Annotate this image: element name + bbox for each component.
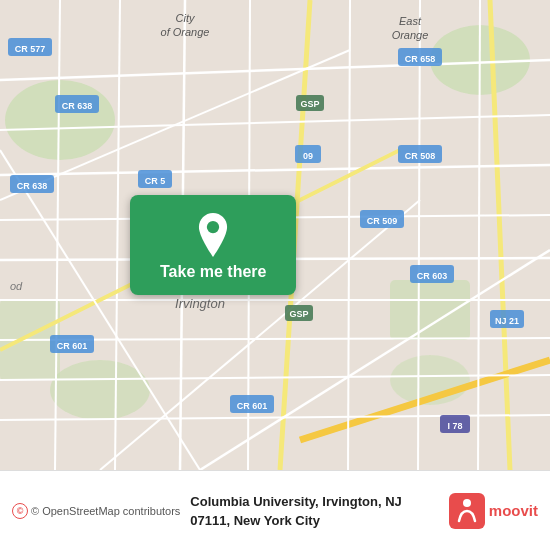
osm-attribution: © © OpenStreetMap contributors <box>12 503 180 519</box>
svg-text:I 78: I 78 <box>447 421 462 431</box>
svg-text:CR 601: CR 601 <box>57 341 88 351</box>
svg-text:East: East <box>399 15 422 27</box>
svg-text:CR 601: CR 601 <box>237 401 268 411</box>
svg-rect-3 <box>390 280 470 340</box>
svg-point-71 <box>463 499 471 507</box>
take-me-there-label: Take me there <box>160 263 266 281</box>
svg-text:CR 577: CR 577 <box>15 44 46 54</box>
svg-text:CR 509: CR 509 <box>367 216 398 226</box>
svg-text:of Orange: of Orange <box>161 26 210 38</box>
map-view: CR 577 CR 638 CR 638 CR 5 09 CR 508 CR 6… <box>0 0 550 470</box>
svg-text:09: 09 <box>303 151 313 161</box>
svg-text:CR 658: CR 658 <box>405 54 436 64</box>
svg-text:od: od <box>10 280 23 292</box>
svg-point-69 <box>207 221 219 233</box>
osm-credit-text: © OpenStreetMap contributors <box>31 505 180 517</box>
svg-text:CR 508: CR 508 <box>405 151 436 161</box>
location-pin-icon <box>194 213 232 257</box>
location-info-block: Columbia University, Irvington, NJ 07111… <box>180 492 448 530</box>
svg-text:GSP: GSP <box>300 99 319 109</box>
moovit-branding: moovit <box>449 493 538 529</box>
svg-text:CR 603: CR 603 <box>417 271 448 281</box>
osm-logo-icon: © <box>12 503 28 519</box>
svg-text:GSP: GSP <box>289 309 308 319</box>
svg-text:Orange: Orange <box>392 29 429 41</box>
svg-point-4 <box>50 360 150 420</box>
moovit-brand-text: moovit <box>489 502 538 519</box>
svg-text:Irvington: Irvington <box>175 296 225 311</box>
bottom-info-bar: © © OpenStreetMap contributors Columbia … <box>0 470 550 550</box>
location-name-text: Columbia University, Irvington, NJ 07111… <box>190 494 401 528</box>
svg-text:CR 638: CR 638 <box>62 101 93 111</box>
svg-text:CR 638: CR 638 <box>17 181 48 191</box>
svg-text:City: City <box>176 12 196 24</box>
moovit-icon <box>449 493 485 529</box>
navigation-button-container[interactable]: Take me there <box>130 195 296 295</box>
take-me-there-button[interactable]: Take me there <box>130 195 296 295</box>
svg-text:CR 5: CR 5 <box>145 176 166 186</box>
svg-text:NJ 21: NJ 21 <box>495 316 519 326</box>
